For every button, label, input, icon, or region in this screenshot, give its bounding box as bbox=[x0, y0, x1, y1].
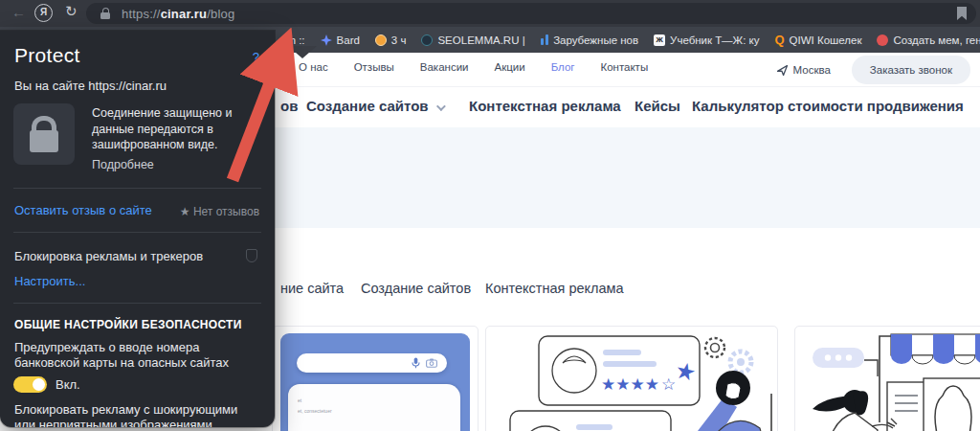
protect-title: Protect bbox=[14, 44, 80, 67]
url-prefix: https:// bbox=[122, 7, 161, 21]
clock-icon bbox=[375, 34, 387, 46]
seolemma-icon bbox=[421, 34, 433, 46]
url-text[interactable]: https://cinar.ru/blog bbox=[122, 7, 234, 21]
url-domain: cinar.ru bbox=[161, 7, 208, 21]
leave-review-link[interactable]: Оставить отзыв о сайте bbox=[14, 203, 152, 217]
search-bar-illustration bbox=[297, 353, 447, 373]
secure-text: Соединение защищено и данные передаются … bbox=[92, 105, 264, 153]
bookmark-item[interactable]: Q QIWI Кошелек bbox=[774, 34, 861, 46]
divider bbox=[13, 232, 261, 233]
toggle-state-label: Вкл. bbox=[56, 377, 80, 392]
meme-icon bbox=[877, 34, 888, 46]
chevron-down-icon bbox=[435, 102, 445, 111]
city-selector[interactable]: Москва bbox=[777, 64, 831, 76]
main-nav-cases[interactable]: Кейсы bbox=[635, 98, 680, 114]
utility-nav-blog-active[interactable]: Блог bbox=[551, 61, 575, 73]
search-suggestions-illustration: et et, consectetuer bbox=[288, 384, 460, 431]
main-nav-calculator[interactable]: Калькулятор стоимости продвижения bbox=[692, 98, 964, 114]
block-ads-text: Блокировать рекламу с шокирующими или не… bbox=[14, 402, 261, 427]
city-label: Москва bbox=[793, 64, 831, 76]
adblock-title: Блокировка рекламы и трекеров bbox=[14, 249, 203, 263]
tj-icon: Ж bbox=[654, 34, 665, 46]
card-warning-toggle[interactable] bbox=[13, 376, 47, 393]
address-bar[interactable]: https://cinar.ru/blog bbox=[86, 3, 976, 24]
divider bbox=[13, 303, 261, 304]
stars-four: ★★★★ bbox=[601, 375, 659, 394]
mic-icon bbox=[412, 357, 420, 369]
order-call-button[interactable]: Заказать звонок bbox=[852, 56, 970, 84]
bookmark-item[interactable]: Зарубежные нов bbox=[541, 34, 638, 46]
camera-icon bbox=[426, 358, 437, 368]
main-nav-partial[interactable]: ов bbox=[280, 98, 298, 114]
bookmark-item[interactable]: Ж Учебник Т—Ж: ку bbox=[654, 34, 759, 46]
store-illustration bbox=[795, 327, 980, 431]
reviews-illustration: ★★★★ ☆ ★ ★★★★★ bbox=[486, 327, 778, 431]
panel-anchor-notch bbox=[288, 46, 317, 58]
lock-icon[interactable] bbox=[100, 8, 110, 19]
utility-nav-promos[interactable]: Акции bbox=[494, 61, 524, 73]
toggle-knob bbox=[33, 378, 45, 391]
awning bbox=[891, 334, 980, 364]
no-reviews-badge: ★ Нет отзывов bbox=[180, 205, 259, 218]
main-nav-context-ads[interactable]: Контекстная реклама bbox=[469, 98, 621, 114]
back-icon[interactable]: ← bbox=[11, 4, 26, 20]
location-arrow-icon bbox=[777, 65, 788, 76]
tab-site-creation[interactable]: Создание сайтов bbox=[361, 281, 471, 296]
bar-chart-icon bbox=[541, 34, 549, 45]
qiwi-icon: Q bbox=[774, 34, 784, 46]
screenshot-stage: О нас Отзывы Вакансии Акции Блог Контакт… bbox=[0, 0, 980, 431]
utility-nav-contacts[interactable]: Контакты bbox=[600, 61, 648, 73]
lock-tile-icon bbox=[13, 103, 75, 165]
site-line: Вы на сайте https://cinar.ru bbox=[14, 79, 167, 93]
gear-icon bbox=[705, 338, 751, 373]
utility-nav-vacancies[interactable]: Вакансии bbox=[420, 61, 469, 73]
bookmark-item[interactable]: 3 ч bbox=[375, 34, 407, 46]
divider bbox=[13, 188, 261, 189]
suggestion-line: et, consectetuer bbox=[298, 406, 460, 417]
utility-nav-about[interactable]: О нас bbox=[299, 61, 328, 73]
protect-panel: Protect ? Вы на сайте https://cinar.ru С… bbox=[0, 31, 275, 427]
security-settings-header: ОБЩИЕ НАСТРОЙКИ БЕЗОПАСНОСТИ bbox=[14, 318, 242, 331]
url-path: /blog bbox=[207, 7, 234, 21]
blog-card-reviews[interactable]: ★★★★ ☆ ★ ★★★★★ bbox=[485, 326, 778, 431]
search-illustration: et et, consectetuer bbox=[280, 333, 470, 431]
bard-star-icon bbox=[321, 34, 332, 46]
blog-card-search[interactable]: et et, consectetuer bbox=[272, 326, 479, 431]
blog-card-store[interactable] bbox=[794, 326, 980, 431]
main-nav-create-sites-label: Создание сайтов bbox=[306, 98, 429, 114]
configure-link[interactable]: Настроить... bbox=[14, 274, 85, 288]
more-link[interactable]: Подробнее bbox=[92, 158, 154, 171]
bookmark-flag-icon[interactable] bbox=[957, 7, 967, 20]
bookmark-item[interactable]: om :: bbox=[280, 34, 305, 46]
main-nav-create-sites[interactable]: Создание сайтов bbox=[306, 98, 443, 114]
bookmark-item[interactable]: SEOLEMMA.RU | bbox=[421, 34, 524, 46]
card-warning-text: Предупреждать о вводе номера банковской … bbox=[14, 340, 261, 371]
bookmark-item[interactable]: Bard bbox=[321, 34, 360, 46]
suggestion-line: et bbox=[298, 396, 460, 406]
utility-nav: О нас Отзывы Вакансии Акции Блог Контакт… bbox=[299, 61, 648, 73]
tab-site-promo-partial[interactable]: ние сайта bbox=[280, 281, 344, 296]
tab-context-ads[interactable]: Контекстная реклама bbox=[485, 281, 624, 296]
help-link[interactable]: ? bbox=[253, 50, 259, 64]
yandex-logo-icon[interactable]: Я bbox=[34, 4, 53, 22]
refresh-icon[interactable]: ↻ bbox=[65, 3, 78, 20]
browser-toolbar: ← Я ↻ https://cinar.ru/blog bbox=[0, 0, 980, 27]
bookmark-item[interactable]: Создать мем, ген bbox=[877, 34, 980, 46]
star-icon: ★ bbox=[180, 205, 190, 218]
utility-nav-reviews[interactable]: Отзывы bbox=[354, 61, 394, 73]
shield-icon bbox=[246, 249, 257, 262]
